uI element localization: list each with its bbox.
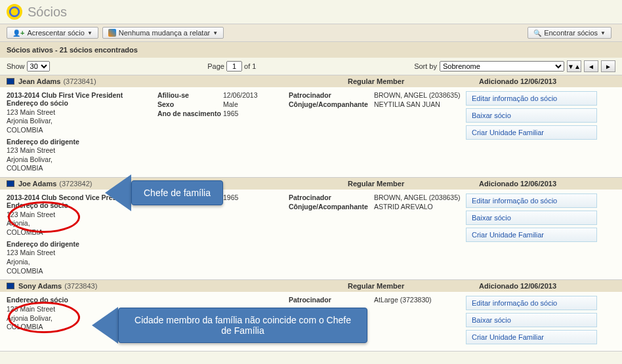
report-no-change-button[interactable]: Nenhuma mudança a relatar ▼ bbox=[102, 27, 224, 39]
spouse-label: Cônjuge/Acompanhante bbox=[289, 203, 374, 211]
spouse-value: ASTRID AREVALO bbox=[374, 203, 433, 211]
sponsor-value: AtLarge (3723830) bbox=[374, 296, 432, 304]
sort-label: Sort by bbox=[414, 62, 437, 70]
sex-value: Male bbox=[223, 100, 238, 108]
member-type: Regular Member bbox=[348, 77, 404, 85]
create-family-button[interactable]: Criar Unidade Familiar bbox=[466, 330, 597, 344]
spouse-value: NEYTILIA SAN JUAN bbox=[374, 100, 440, 108]
report-icon bbox=[108, 29, 116, 37]
member-name[interactable]: Joe Adams bbox=[18, 180, 56, 188]
annotation-arrow-1: Chefe de família bbox=[105, 174, 223, 211]
sponsor-label: Patrocinador bbox=[289, 296, 374, 304]
edit-member-button[interactable]: Editar informação do sócio bbox=[466, 91, 597, 106]
drop-member-button[interactable]: Baixar sócio bbox=[466, 313, 597, 327]
sort-select[interactable]: Sobrenome bbox=[440, 61, 564, 71]
addr-line: 123 Main Street bbox=[7, 146, 157, 155]
member-added: Adicionado 12/06/2013 bbox=[479, 77, 556, 85]
prev-page-button[interactable]: ◄ bbox=[584, 60, 598, 72]
addr-line: COLOMBIA bbox=[7, 267, 157, 276]
add-member-button[interactable]: + Acrescentar sócio ▼ bbox=[7, 27, 98, 39]
next-page-button[interactable]: ► bbox=[601, 60, 615, 72]
expand-icon[interactable] bbox=[7, 283, 14, 289]
report-label: Nenhuma mudança a relatar bbox=[119, 29, 210, 37]
edit-member-button[interactable]: Editar informação do sócio bbox=[466, 193, 597, 208]
find-members-button[interactable]: Encontrar sócios ▼ bbox=[528, 27, 612, 39]
sponsor-label: Patrocinador bbox=[289, 193, 374, 201]
page-label: Page bbox=[207, 62, 224, 70]
member-name[interactable]: Sony Adams bbox=[18, 282, 62, 290]
member-row: Jean Adams (3723841) Regular Member Adic… bbox=[0, 75, 622, 178]
addr-officer-label: Endereço do dirigente bbox=[7, 240, 157, 249]
addr-line: COLOMBIA bbox=[7, 228, 157, 237]
sponsor-value: BROWN, ANGEL (2038635) bbox=[374, 193, 461, 201]
search-icon bbox=[533, 29, 541, 37]
results-summary: Sócios ativos - 21 sócios encontrados bbox=[0, 42, 622, 58]
spouse-label: Cônjuge/Acompanhante bbox=[289, 100, 374, 108]
sponsor-label: Patrocinador bbox=[289, 91, 374, 99]
page-of: of 1 bbox=[244, 62, 256, 70]
addr-line: 123 Main Street bbox=[7, 108, 157, 117]
birth-value: 1965 bbox=[223, 110, 238, 117]
member-id: (3723842) bbox=[59, 180, 92, 188]
caret-down-icon: ▼ bbox=[213, 30, 218, 36]
member-added: Adicionado 12/06/2013 bbox=[479, 180, 556, 188]
addr-line: Arjonia Bolivar, bbox=[7, 155, 157, 165]
create-family-button[interactable]: Criar Unidade Familiar bbox=[466, 125, 597, 140]
show-select[interactable]: 30 bbox=[27, 61, 50, 71]
caret-down-icon: ▼ bbox=[87, 30, 93, 36]
affiliated-value: 12/06/2013 bbox=[223, 91, 258, 99]
caret-down-icon: ▼ bbox=[600, 30, 606, 36]
addr-line: 123 Main Street bbox=[7, 249, 157, 258]
page-input[interactable] bbox=[226, 61, 242, 71]
addr-line: COLOMBIA bbox=[7, 126, 157, 135]
sort-direction-button[interactable]: ▼▲ bbox=[567, 60, 581, 72]
member-row: Joe Adams (3723842) Regular Member Adici… bbox=[0, 178, 622, 280]
find-label: Encontrar sócios bbox=[544, 29, 598, 37]
sex-label: Sexo bbox=[157, 100, 223, 108]
member-type: Regular Member bbox=[348, 180, 404, 188]
addr-line: Arjonia Bolivar, bbox=[7, 117, 157, 126]
expand-icon[interactable] bbox=[7, 78, 14, 85]
birth-value: 1965 bbox=[223, 193, 238, 201]
create-family-button[interactable]: Criar Unidade Familiar bbox=[466, 228, 597, 242]
addr-line: COLOMBIA bbox=[7, 164, 157, 173]
add-member-label: Acrescentar sócio bbox=[27, 29, 84, 37]
sponsor-value: BROWN, ANGEL (2038635) bbox=[374, 91, 461, 99]
edit-member-button[interactable]: Editar informação do sócio bbox=[466, 296, 597, 310]
member-id: (3723843) bbox=[64, 282, 97, 290]
annotation-arrow-2: Cidade membro da família não coincide co… bbox=[92, 307, 367, 344]
addr-member-label: Endereço do sócio bbox=[7, 99, 157, 108]
addr-line: Arjonia, bbox=[7, 258, 157, 267]
member-role: 2013-2014 Club First Vice President bbox=[7, 91, 157, 99]
member-id: (3723841) bbox=[63, 77, 96, 85]
addr-officer-label: Endereço do dirigente bbox=[7, 138, 157, 147]
drop-member-button[interactable]: Baixar sócio bbox=[466, 108, 597, 123]
add-user-icon: + bbox=[12, 29, 24, 37]
expand-icon[interactable] bbox=[7, 180, 14, 187]
member-type: Regular Member bbox=[348, 282, 404, 290]
addr-line: Arjonia, bbox=[7, 219, 157, 228]
addr-line: 123 Main Street bbox=[7, 211, 157, 220]
show-label: Show bbox=[7, 62, 25, 70]
page-title: Sócios bbox=[28, 5, 67, 20]
member-added: Adicionado 12/06/2013 bbox=[479, 282, 556, 290]
lions-logo-icon bbox=[7, 4, 22, 20]
birth-label: Ano de nascimento bbox=[157, 110, 223, 117]
member-name[interactable]: Jean Adams bbox=[18, 77, 60, 85]
affiliated-label: Afiliou-se bbox=[157, 91, 223, 99]
drop-member-button[interactable]: Baixar sócio bbox=[466, 211, 597, 225]
addr-member-label: Endereço do sócio bbox=[7, 296, 157, 305]
